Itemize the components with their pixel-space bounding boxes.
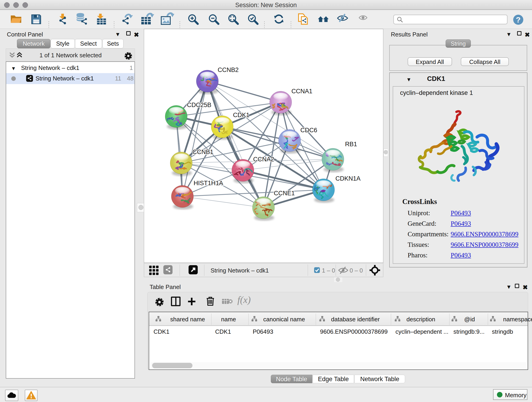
svg-text:CDC25B: CDC25B [187, 102, 211, 108]
svg-text:RB1: RB1 [345, 141, 357, 148]
svg-text:CCNA1: CCNA1 [291, 88, 312, 95]
svg-text:CCNB1: CCNB1 [192, 148, 214, 155]
svg-text:CDKN1A: CDKN1A [336, 175, 361, 182]
svg-text:CCNB2: CCNB2 [218, 66, 239, 73]
svg-text:CDK1: CDK1 [233, 112, 249, 119]
svg-text:CCNA2: CCNA2 [253, 156, 274, 163]
svg-text:CDC6: CDC6 [300, 127, 317, 134]
svg-text:CCNE1: CCNE1 [274, 190, 295, 197]
svg-text:HIST1H1A: HIST1H1A [194, 180, 223, 186]
